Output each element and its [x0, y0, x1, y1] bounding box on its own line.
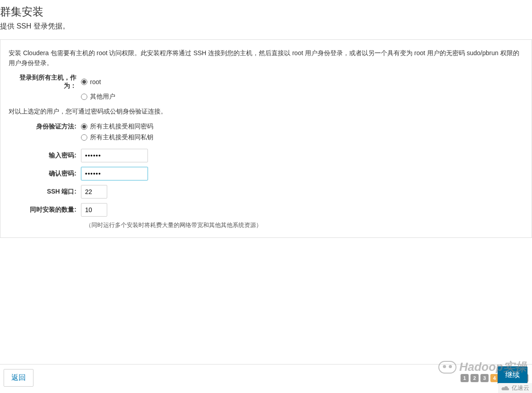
install-count-input[interactable] [81, 203, 107, 217]
auth-method-key-radio[interactable] [81, 134, 87, 141]
page-step-3[interactable]: 3 [480, 374, 489, 382]
login-user-group: 登录到所有主机，作为： root 其他用户 [9, 74, 523, 101]
ssh-credentials-panel: 安装 Cloudera 包需要有主机的 root 访问权限。此安装程序将通过 S… [0, 39, 532, 238]
page-title: 群集安装 [0, 0, 532, 22]
confirm-password-label: 确认密码: [9, 170, 81, 178]
auth-note: 对以上选定的用户，您可通过密码或公钥身份验证连接。 [9, 106, 523, 116]
login-user-label: 登录到所有主机，作为： [9, 74, 81, 90]
password-input[interactable] [81, 149, 148, 162]
auth-method-password-text: 所有主机接受相同密码 [90, 123, 153, 131]
login-user-root-radio[interactable] [81, 79, 87, 85]
auth-method-key-text: 所有主机接受相同私钥 [90, 133, 153, 142]
login-user-other-option[interactable]: 其他用户 [81, 93, 115, 101]
page-step-1[interactable]: 1 [461, 374, 469, 382]
install-count-hint: （同时运行多个安装时将耗费大量的网络带宽和其他其他系统资源） [9, 221, 523, 229]
confirm-password-input[interactable] [81, 167, 148, 180]
auth-method-group: 身份验证方法: 所有主机接受相同密码 所有主机接受相同私钥 [9, 123, 523, 142]
wizard-footer: 返回 1 2 3 4 5 6 7 继续 [0, 364, 532, 393]
auth-method-key-option[interactable]: 所有主机接受相同私钥 [81, 133, 153, 142]
back-button[interactable]: 返回 [4, 369, 33, 387]
login-user-other-radio[interactable] [81, 94, 87, 100]
continue-button[interactable]: 继续 [498, 366, 527, 384]
ssh-port-input[interactable] [81, 185, 107, 199]
ssh-port-label: SSH 端口: [9, 188, 81, 196]
auth-method-password-radio[interactable] [81, 123, 87, 130]
page-step-2[interactable]: 2 [470, 374, 479, 382]
login-user-root-option[interactable]: root [81, 78, 101, 85]
auth-method-password-option[interactable]: 所有主机接受相同密码 [81, 123, 153, 131]
page-subtitle: 提供 SSH 登录凭据。 [0, 22, 532, 38]
login-user-other-text: 其他用户 [90, 93, 115, 101]
password-label: 输入密码: [9, 152, 81, 160]
auth-method-label: 身份验证方法: [9, 123, 81, 131]
panel-intro: 安装 Cloudera 包需要有主机的 root 访问权限。此安装程序将通过 S… [9, 48, 523, 68]
install-count-label: 同时安装的数量: [9, 206, 81, 214]
login-user-root-text: root [90, 78, 101, 85]
